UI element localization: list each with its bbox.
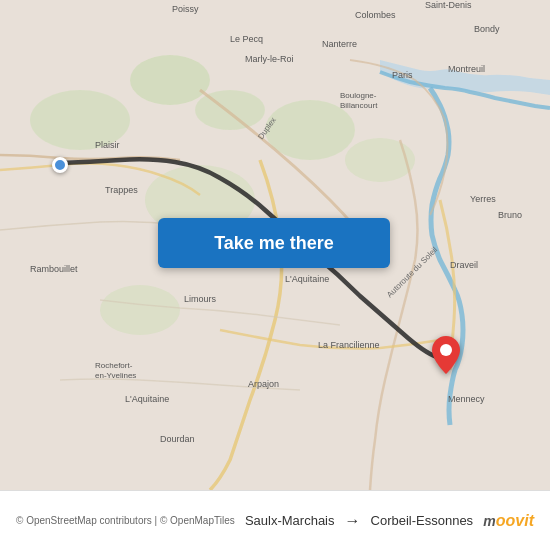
svg-text:Bondy: Bondy [474, 24, 500, 34]
svg-text:Poissy: Poissy [172, 4, 199, 14]
svg-point-7 [345, 138, 415, 182]
svg-text:Dourdan: Dourdan [160, 434, 195, 444]
svg-text:Yerres: Yerres [470, 194, 496, 204]
svg-text:Rochefort-: Rochefort- [95, 361, 133, 370]
origin-label: Saulx-Marchais [245, 513, 335, 528]
svg-text:en-Yvelines: en-Yvelines [95, 371, 136, 380]
route-label: Saulx-Marchais → Corbeil-Essonnes [235, 512, 484, 530]
route-arrow: → [345, 512, 361, 530]
footer: © OpenStreetMap contributors | © OpenMap… [0, 490, 550, 550]
svg-text:Bruno: Bruno [498, 210, 522, 220]
svg-text:L'Aquitaine: L'Aquitaine [125, 394, 169, 404]
svg-text:Mennecy: Mennecy [448, 394, 485, 404]
svg-text:Saint-Denis: Saint-Denis [425, 0, 472, 10]
svg-point-1 [130, 55, 210, 105]
svg-text:Paris: Paris [392, 70, 413, 80]
destination-marker [432, 336, 460, 378]
destination-label: Corbeil-Essonnes [371, 513, 474, 528]
origin-marker [52, 157, 68, 173]
copyright-text: © OpenStreetMap contributors | © OpenMap… [16, 515, 235, 526]
take-me-there-button[interactable]: Take me there [158, 218, 390, 268]
svg-text:Boulogne-: Boulogne- [340, 91, 377, 100]
svg-text:Trappes: Trappes [105, 185, 138, 195]
svg-text:Colombes: Colombes [355, 10, 396, 20]
svg-text:Rambouillet: Rambouillet [30, 264, 78, 274]
svg-text:La Francilienne: La Francilienne [318, 340, 380, 350]
svg-text:Limours: Limours [184, 294, 217, 304]
svg-point-6 [100, 285, 180, 335]
svg-text:Marly-le-Roi: Marly-le-Roi [245, 54, 294, 64]
svg-text:Nanterre: Nanterre [322, 39, 357, 49]
svg-text:Montreuil: Montreuil [448, 64, 485, 74]
svg-text:Plaisir: Plaisir [95, 140, 120, 150]
svg-text:Draveil: Draveil [450, 260, 478, 270]
moovit-logo: moovit [483, 510, 534, 531]
svg-text:L'Aquitaine: L'Aquitaine [285, 274, 329, 284]
svg-point-36 [440, 344, 452, 356]
svg-text:Billancourt: Billancourt [340, 101, 378, 110]
svg-text:Le Pecq: Le Pecq [230, 34, 263, 44]
svg-text:Arpajon: Arpajon [248, 379, 279, 389]
map-container: Poissy Saint-Denis Le Pecq Nanterre Colo… [0, 0, 550, 490]
